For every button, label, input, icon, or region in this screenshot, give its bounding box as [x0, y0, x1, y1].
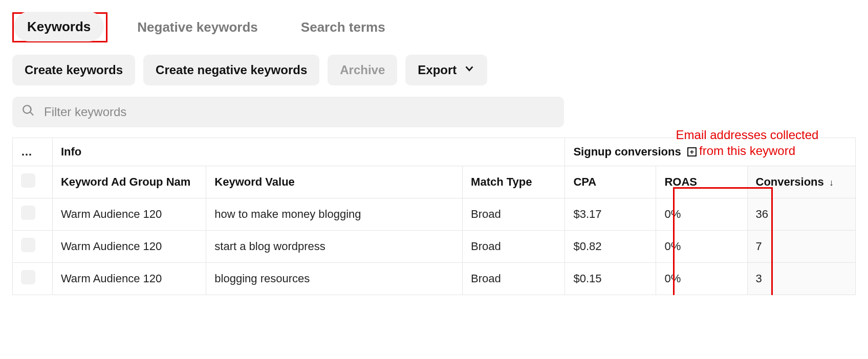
- action-bar: Create keywords Create negative keywords…: [12, 55, 856, 85]
- header-match-type[interactable]: Match Type: [463, 166, 565, 198]
- row-checkbox[interactable]: [21, 270, 35, 284]
- cell-ad-group: Warm Audience 120: [52, 263, 206, 295]
- create-keywords-button[interactable]: Create keywords: [12, 55, 135, 85]
- filter-bar[interactable]: [12, 97, 564, 127]
- sort-desc-icon: ↓: [829, 177, 834, 188]
- header-ad-group[interactable]: Keyword Ad Group Nam: [52, 166, 206, 198]
- cell-conversions: 36: [747, 198, 855, 231]
- search-icon: [21, 104, 35, 120]
- header-conversions[interactable]: Conversions ↓: [747, 166, 855, 198]
- tab-negative-keywords[interactable]: Negative keywords: [124, 12, 271, 42]
- table-row[interactable]: Warm Audience 120 start a blog wordpress…: [13, 231, 856, 263]
- cell-match-type: Broad: [463, 198, 565, 231]
- header-conversions-label: Conversions: [756, 175, 824, 188]
- tab-search-terms[interactable]: Search terms: [288, 12, 399, 42]
- export-label: Export: [418, 63, 457, 77]
- header-roas[interactable]: ROAS: [656, 166, 747, 198]
- cell-keyword-value: blogging resources: [206, 263, 463, 295]
- cell-cpa: $3.17: [565, 198, 656, 231]
- cell-roas: 0%: [656, 198, 747, 231]
- cell-match-type: Broad: [463, 231, 565, 263]
- cell-cpa: $0.15: [565, 263, 656, 295]
- select-all-cell[interactable]: [13, 166, 53, 198]
- cell-keyword-value: start a blog wordpress: [206, 231, 463, 263]
- row-checkbox[interactable]: [21, 206, 35, 220]
- column-options[interactable]: …: [13, 138, 53, 166]
- annotation-text: Email addresses collected from this keyw…: [676, 127, 819, 159]
- tab-keywords[interactable]: Keywords: [14, 12, 104, 41]
- cell-roas: 0%: [656, 231, 747, 263]
- cell-keyword-value: how to make money blogging: [206, 198, 463, 231]
- header-keyword-value[interactable]: Keyword Value: [206, 166, 463, 198]
- highlight-box-tab: Keywords: [12, 12, 107, 42]
- header-info-group: Info: [52, 138, 565, 166]
- export-button[interactable]: Export: [405, 55, 487, 85]
- cell-ad-group: Warm Audience 120: [52, 231, 206, 263]
- table-row[interactable]: Warm Audience 120 how to make money blog…: [13, 198, 856, 231]
- cell-cpa: $0.82: [565, 231, 656, 263]
- select-all-checkbox[interactable]: [21, 173, 35, 188]
- cell-conversions: 7: [747, 231, 855, 263]
- cell-ad-group: Warm Audience 120: [52, 198, 206, 231]
- cell-match-type: Broad: [463, 263, 565, 295]
- tab-bar: Keywords Negative keywords Search terms: [12, 12, 856, 42]
- header-cpa[interactable]: CPA: [565, 166, 656, 198]
- header-signup-label: Signup conversions: [573, 145, 681, 158]
- keywords-table: … Info Signup conversions + Keyword Ad G…: [12, 138, 856, 295]
- row-checkbox[interactable]: [21, 238, 35, 252]
- archive-button[interactable]: Archive: [328, 55, 397, 85]
- filter-input[interactable]: [44, 105, 555, 119]
- cell-conversions: 3: [747, 263, 855, 295]
- create-negative-keywords-button[interactable]: Create negative keywords: [143, 55, 319, 85]
- chevron-down-icon: [464, 63, 475, 77]
- table-row[interactable]: Warm Audience 120 blogging resources Bro…: [13, 263, 856, 295]
- cell-roas: 0%: [656, 263, 747, 295]
